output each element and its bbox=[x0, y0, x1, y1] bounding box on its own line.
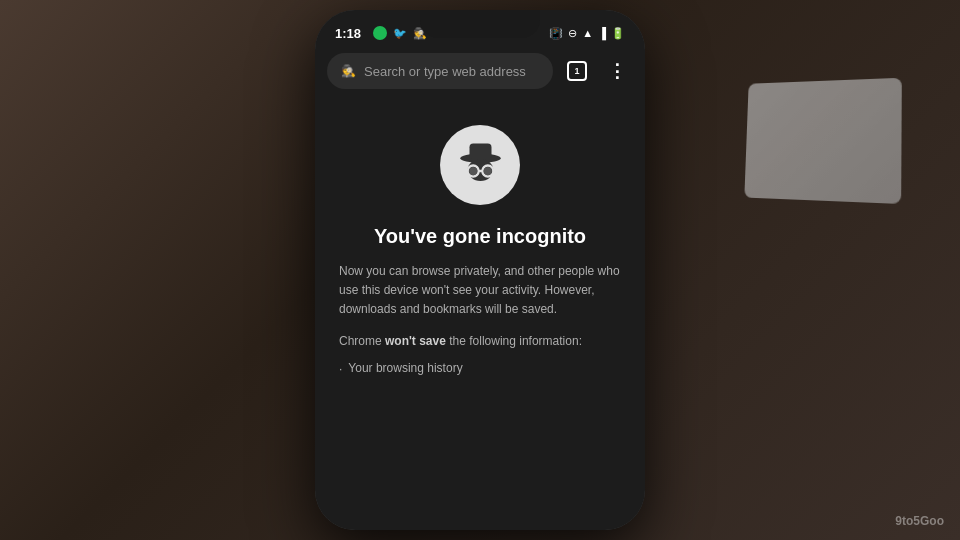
spotify-icon bbox=[373, 26, 387, 40]
menu-button[interactable]: ⋮ bbox=[601, 55, 633, 87]
watermark: 9to5Goo bbox=[895, 514, 944, 528]
search-input[interactable]: Search or type web address bbox=[364, 64, 539, 79]
background-laptop bbox=[744, 78, 901, 204]
search-bar[interactable]: 🕵 Search or type web address bbox=[327, 53, 553, 89]
chrome-note-suffix: the following information: bbox=[446, 334, 582, 348]
battery-icon: 🔋 bbox=[611, 27, 625, 40]
app-icons: 🐦 🕵 bbox=[373, 26, 427, 40]
twitter-icon: 🐦 bbox=[393, 27, 407, 40]
vibrate-icon: 📳 bbox=[549, 27, 563, 40]
status-time: 1:18 bbox=[335, 26, 361, 41]
svg-point-7 bbox=[483, 166, 491, 174]
menu-icon: ⋮ bbox=[608, 60, 627, 82]
chrome-note-bold: won't save bbox=[385, 334, 446, 348]
incognito-title: You've gone incognito bbox=[339, 225, 621, 248]
incognito-body-text: Now you can browse privately, and other … bbox=[339, 262, 621, 320]
tab-count-badge: 1 bbox=[567, 61, 587, 81]
incognito-icon-background bbox=[440, 125, 520, 205]
bullet-dot: · bbox=[339, 360, 342, 379]
chrome-note-prefix: Chrome bbox=[339, 334, 385, 348]
chrome-note: Chrome won't save the following informat… bbox=[339, 332, 621, 351]
minus-icon: ⊖ bbox=[568, 27, 577, 40]
svg-point-6 bbox=[469, 166, 477, 174]
incognito-icon bbox=[453, 138, 508, 193]
incognito-toolbar-icon: 🕵 bbox=[341, 64, 356, 78]
wifi-icon: ▲ bbox=[582, 27, 593, 39]
bullet-text: Your browsing history bbox=[348, 359, 462, 378]
phone: 1:18 🐦 🕵 📳 ⊖ ▲ ▐ 🔋 bbox=[315, 10, 645, 530]
scene: 1:18 🐦 🕵 📳 ⊖ ▲ ▐ 🔋 bbox=[0, 0, 960, 540]
incognito-icon-wrapper bbox=[339, 125, 621, 205]
system-status-icons: 📳 ⊖ ▲ ▐ 🔋 bbox=[549, 27, 625, 40]
incognito-content: You've gone incognito Now you can browse… bbox=[315, 100, 645, 530]
browser-toolbar: 🕵 Search or type web address 1 ⋮ bbox=[327, 48, 633, 94]
signal-icon: ▐ bbox=[598, 27, 606, 39]
svg-rect-1 bbox=[469, 143, 491, 159]
tab-switcher-button[interactable]: 1 bbox=[561, 55, 593, 87]
bullet-item-browsing-history: · Your browsing history bbox=[339, 359, 621, 379]
phone-screen: 1:18 🐦 🕵 📳 ⊖ ▲ ▐ 🔋 bbox=[315, 10, 645, 530]
notch bbox=[420, 10, 540, 38]
